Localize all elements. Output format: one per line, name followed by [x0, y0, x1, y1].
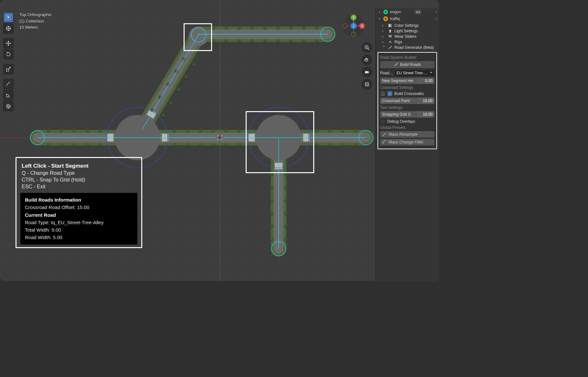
snap-grid-field[interactable]: Snapping Grid S 10.00 [380, 111, 434, 118]
svg-point-108 [284, 199, 287, 202]
measure-tool[interactable] [3, 90, 14, 100]
viewport-3d[interactable]: Options + Top Orthographic (1) Collectio… [0, 0, 439, 281]
sub-road-generator[interactable]: ›Road Generator (Beta) [382, 45, 437, 50]
info-title: Build Roads Information [25, 196, 133, 204]
build-roads-button[interactable]: Build Roads [380, 61, 434, 68]
pan-icon[interactable] [362, 55, 372, 65]
svg-rect-165 [389, 24, 390, 27]
sub-light-settings[interactable]: ›Light Settings [382, 28, 437, 34]
drag-grip-icon[interactable]: ⠿ [435, 10, 437, 14]
svg-point-57 [186, 129, 189, 132]
addon-engon-label: engon [390, 10, 401, 14]
svg-point-87 [225, 26, 228, 29]
info-road-width: Road Width: 5.00 [25, 234, 133, 241]
svg-point-62 [212, 143, 215, 146]
svg-point-95 [276, 26, 280, 29]
svg-point-93 [263, 26, 267, 29]
zoom-icon[interactable] [362, 43, 372, 52]
build-roads-info: Build Roads Information Crossroad Road O… [20, 193, 137, 245]
svg-point-84 [192, 63, 196, 66]
persp-ortho-icon[interactable] [362, 79, 372, 89]
crossroad-point-field[interactable]: Crossroad Point 15.00 [380, 98, 434, 104]
svg-point-78 [169, 101, 172, 104]
rotate-tool[interactable] [3, 49, 14, 59]
viewport-utilities [362, 43, 372, 89]
addon-engon-row[interactable]: › ✶ engon ⚙▾ ⠿ [376, 8, 439, 16]
svg-point-52 [86, 143, 89, 146]
svg-point-105 [270, 186, 273, 189]
svg-point-63 [225, 129, 228, 132]
svg-point-77 [158, 95, 162, 99]
svg-point-51 [86, 129, 89, 132]
road-type-dropdown[interactable]: EU Street-Tree-… [395, 70, 434, 76]
build-crosswalks-checkbox[interactable]: ✓ Build Crosswalks [380, 91, 434, 96]
svg-point-47 [60, 129, 63, 132]
svg-point-92 [251, 39, 254, 42]
svg-point-85 [212, 26, 215, 29]
sub-wear-sliders[interactable]: ›Wear Sliders [382, 34, 437, 39]
tool-shelf: + [3, 12, 14, 111]
svg-point-67 [315, 129, 318, 132]
cursor-tool[interactable] [3, 23, 14, 34]
info-road-type: Road Type: tq_EU_Street-Tree-Alley [25, 219, 133, 226]
svg-point-101 [315, 26, 318, 29]
nav-gizmo[interactable]: X Y Z [342, 14, 365, 37]
addon-traffiq-row[interactable]: › ⊕ traffiq ⠿ [376, 16, 439, 22]
svg-point-102 [315, 39, 318, 42]
mass-change-fillet-button[interactable]: Mass Change Fillet [380, 139, 434, 145]
sub-color-settings[interactable]: ›Color Settings [382, 23, 437, 28]
drag-grip-icon[interactable]: ⠿ [435, 17, 437, 21]
svg-point-89 [238, 26, 241, 29]
mass-resample-button[interactable]: Mass Resample [380, 131, 434, 138]
svg-point-58 [186, 143, 189, 146]
svg-point-82 [185, 75, 188, 79]
annotate-tool[interactable] [3, 79, 14, 89]
svg-point-110 [284, 212, 287, 215]
shortcuts-overlay: Left Click - Start Segment Q - Change Ro… [16, 157, 142, 248]
svg-point-96 [276, 39, 280, 42]
debug-overlays-checkbox[interactable]: Debug Overlays [380, 119, 434, 124]
camera-icon[interactable] [362, 67, 372, 77]
svg-point-45 [47, 129, 50, 132]
section-global-presets: Global Presets [380, 125, 434, 130]
svg-point-46 [47, 143, 50, 146]
svg-text:Y: Y [353, 16, 355, 19]
scale-tool[interactable] [3, 64, 14, 74]
svg-rect-168 [390, 32, 391, 33]
svg-point-72 [341, 143, 344, 146]
svg-point-66 [238, 143, 241, 146]
section-crossroad: Crossroad Settings [380, 85, 434, 90]
shortcut-left-click: Left Click - Start Segment [22, 163, 136, 169]
info-total-width: Total Width: 9.00 [25, 226, 133, 234]
sub-rigs[interactable]: ›Rigs [382, 39, 437, 45]
select-box-tool[interactable] [3, 12, 14, 23]
crosswalk-icon [380, 91, 385, 96]
svg-point-59 [199, 129, 202, 132]
svg-point-99 [302, 26, 305, 29]
svg-point-74 [354, 143, 357, 146]
highlight-box-bend [184, 23, 212, 51]
section-road-system: Road System Builder [380, 55, 434, 60]
segment-height-field[interactable]: New Segment Hei 0.00 [380, 78, 434, 84]
gear-dropdown-icon[interactable]: ⚙▾ [414, 9, 422, 15]
move-tool[interactable] [3, 38, 14, 48]
svg-point-68 [315, 143, 318, 146]
shortcut-q: Q - Change Road Type [22, 170, 136, 176]
traffiq-subpanel: ›Color Settings ›Light Settings ›Wear Sl… [376, 22, 439, 51]
svg-rect-142 [6, 69, 9, 71]
svg-point-97 [289, 26, 293, 29]
add-cube-tool[interactable]: + [3, 101, 14, 111]
svg-point-70 [328, 143, 331, 146]
svg-point-171 [389, 35, 390, 36]
engon-icon: ✶ [383, 10, 388, 14]
svg-point-73 [354, 129, 357, 132]
svg-text:Z: Z [353, 24, 355, 28]
svg-point-76 [162, 114, 165, 117]
svg-point-106 [284, 186, 287, 189]
road-type-label: Road… [380, 71, 393, 75]
svg-point-56 [173, 143, 176, 146]
checkbox-on-icon: ✓ [387, 91, 392, 96]
svg-point-60 [199, 143, 202, 146]
info-current-road: Current Road [25, 211, 133, 219]
svg-point-88 [225, 39, 228, 42]
